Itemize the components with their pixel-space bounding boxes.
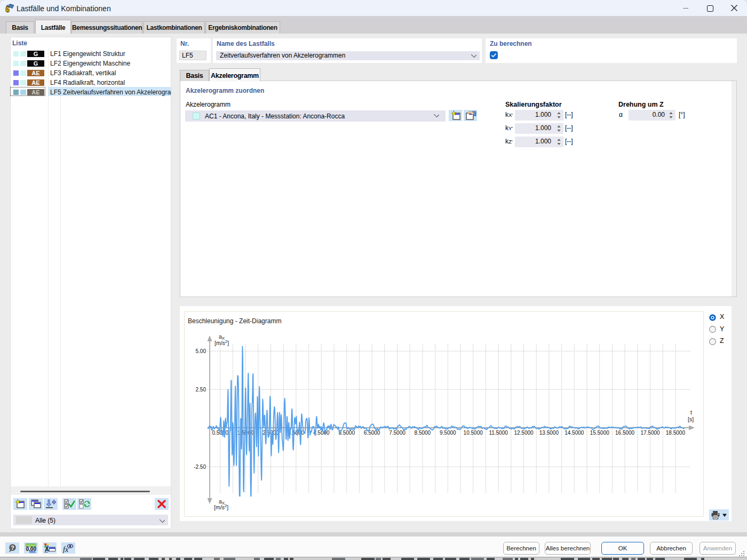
svg-text:?: ? <box>11 545 14 551</box>
svg-text:-2.50: -2.50 <box>194 464 206 470</box>
svg-text:18.5000: 18.5000 <box>666 430 686 436</box>
svg-text:16.5000: 16.5000 <box>615 430 635 436</box>
svg-text:6.5000: 6.5000 <box>364 430 380 436</box>
svg-text:7.5000: 7.5000 <box>389 430 406 436</box>
svg-text:A: A <box>45 546 49 553</box>
svg-text:15.5000: 15.5000 <box>590 430 610 436</box>
svg-text:0.5000: 0.5000 <box>212 430 228 436</box>
svg-text:8.5000: 8.5000 <box>415 430 431 436</box>
svg-text:Beschleunigung - Zeit-Diagramm: Beschleunigung - Zeit-Diagramm <box>188 317 281 325</box>
svg-text:14.5000: 14.5000 <box>565 430 584 436</box>
svg-text:2.50: 2.50 <box>196 387 206 393</box>
svg-text:10.5000: 10.5000 <box>464 430 483 436</box>
svg-text:6: 6 <box>5 5 10 13</box>
svg-text:t: t <box>690 409 692 415</box>
svg-text:[s]: [s] <box>688 416 694 422</box>
svg-text:12.5000: 12.5000 <box>514 430 534 436</box>
svg-text:13.5000: 13.5000 <box>539 430 559 436</box>
svg-text:17.5000: 17.5000 <box>640 430 660 436</box>
svg-text:11.5000: 11.5000 <box>489 430 508 436</box>
svg-text:0,00: 0,00 <box>26 546 37 552</box>
svg-text:5.00: 5.00 <box>196 348 206 354</box>
svg-text:9.5000: 9.5000 <box>440 430 456 436</box>
